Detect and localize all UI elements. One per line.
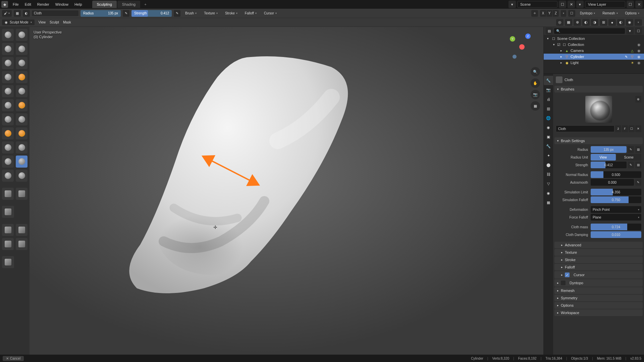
- tool-flatten[interactable]: [2, 99, 14, 111]
- cloth-damping-field[interactable]: 0.010: [591, 231, 641, 238]
- gizmo-axis-z[interactable]: Z: [525, 34, 531, 39]
- layer-new-button[interactable]: ☐: [627, 1, 634, 8]
- view-camera-icon[interactable]: ▦: [565, 19, 572, 26]
- panel-workspace[interactable]: ▸Workspace: [554, 309, 643, 316]
- layer-browse-button[interactable]: ▾: [576, 1, 584, 8]
- active-brush-name[interactable]: [32, 10, 78, 16]
- camera-icon[interactable]: 📷: [531, 90, 540, 99]
- panel-brush-settings[interactable]: ▾Brush Settings: [554, 137, 643, 144]
- autosmooth-field[interactable]: 0.000: [591, 179, 634, 186]
- strength-slider[interactable]: Strength0.412: [131, 10, 172, 17]
- brush-dropdown[interactable]: Brush▾: [182, 10, 199, 16]
- prop-tab-constraints[interactable]: ⛓: [544, 170, 553, 179]
- mode-selector[interactable]: ◉ Sculpt Mode▾: [2, 19, 35, 25]
- radius-field[interactable]: 135 px: [591, 146, 627, 153]
- scene-new-button[interactable]: ☐: [559, 1, 566, 8]
- tool-cloth[interactable]: [16, 156, 28, 168]
- strength-pressure-toggle[interactable]: ✎: [174, 10, 180, 17]
- gizmo-axis-neg[interactable]: [513, 55, 517, 59]
- workspace-tab-shading[interactable]: Shading: [117, 1, 140, 8]
- tool-clay[interactable]: [2, 43, 14, 55]
- outliner-item-camera[interactable]: ▸▲Camera△◉: [544, 48, 644, 54]
- shading-rendered-icon[interactable]: ◉: [626, 19, 633, 26]
- strength-unified[interactable]: ▥: [635, 162, 641, 168]
- normal-radius-field[interactable]: 0.500: [591, 171, 641, 178]
- panel-dyntopo[interactable]: ▸Dyntopo: [554, 279, 643, 287]
- tool-grab[interactable]: [16, 127, 28, 139]
- tool-slide-relax[interactable]: [16, 188, 28, 200]
- outliner-item-cylinder[interactable]: ▸▽Cylinder✎▽◉: [544, 54, 644, 60]
- prop-tab-render[interactable]: 📷: [544, 85, 553, 95]
- radius-pressure-toggle[interactable]: ✎: [123, 10, 129, 17]
- app-logo[interactable]: ◆: [1, 1, 8, 8]
- prop-tab-world[interactable]: ◉: [544, 123, 553, 132]
- outliner-collection[interactable]: ▾☑☐Collection◉: [544, 42, 644, 48]
- navigation-gizmo[interactable]: Z Y: [510, 34, 537, 60]
- brush-name-input[interactable]: [556, 125, 614, 132]
- remesh-dropdown[interactable]: Remesh▾: [600, 10, 620, 16]
- falloff-dropdown[interactable]: Falloff▾: [242, 10, 259, 16]
- cancel-button[interactable]: ✕ Cancel: [3, 356, 24, 361]
- tool-draw-sharp[interactable]: [16, 29, 28, 41]
- xray-toggle-icon[interactable]: ◑: [591, 19, 598, 26]
- prop-tab-modifiers[interactable]: 🔧: [544, 141, 553, 151]
- outliner-search[interactable]: [554, 28, 625, 34]
- tool-pose[interactable]: [2, 170, 14, 182]
- panel-texture[interactable]: ▸Texture: [554, 249, 643, 256]
- radius-unit-scene[interactable]: Scene: [616, 154, 642, 161]
- sculpt-menu[interactable]: Sculpt: [50, 20, 59, 24]
- panel-advanced[interactable]: ▸Advanced: [554, 242, 643, 248]
- radius-slider[interactable]: Radius135 px: [80, 10, 121, 17]
- gizmo-axis-y[interactable]: Y: [510, 36, 515, 42]
- tool-multiplane[interactable]: [16, 113, 28, 125]
- panel-remesh[interactable]: ▸Remesh: [554, 287, 643, 294]
- viewport-3d[interactable]: User Perspective (0) Cylinder: [30, 27, 543, 355]
- shading-solid-icon[interactable]: ●: [608, 19, 616, 26]
- cursor-dropdown[interactable]: Cursor▾: [261, 10, 279, 16]
- menu-help[interactable]: Help: [72, 1, 85, 8]
- prop-tab-output[interactable]: 🖨: [544, 95, 553, 104]
- menu-file[interactable]: File: [10, 1, 21, 8]
- dyntopo-checkbox[interactable]: ☐: [568, 10, 575, 17]
- autosmooth-pressure[interactable]: ✎: [635, 179, 641, 186]
- tool-pinch[interactable]: [2, 127, 14, 139]
- options-dropdown[interactable]: Options▾: [623, 10, 642, 16]
- brush-preview-thumb[interactable]: [585, 96, 612, 123]
- strength-field[interactable]: 0.412: [591, 162, 627, 168]
- symmetry-more[interactable]: ▾: [561, 10, 566, 17]
- view-layer-field[interactable]: View Layer: [585, 1, 625, 8]
- tool-elastic[interactable]: [2, 141, 14, 154]
- panel-symmetry[interactable]: ▸Symmetry: [554, 295, 643, 301]
- tool-box-hide[interactable]: [16, 238, 28, 250]
- dyntopo-dropdown[interactable]: Dyntopo▾: [577, 10, 598, 16]
- tool-rotate-brush[interactable]: [2, 188, 14, 200]
- symmetry-y[interactable]: Y: [546, 10, 552, 17]
- tool-draw[interactable]: [2, 29, 14, 41]
- gizmo-axis-x[interactable]: [519, 44, 525, 50]
- tool-inflate[interactable]: [2, 71, 14, 83]
- brush-unlink[interactable]: ✕: [635, 125, 641, 132]
- symmetry-x[interactable]: X: [540, 10, 546, 17]
- tool-snake-hook[interactable]: [16, 141, 28, 154]
- prop-tab-view-layer[interactable]: ▥: [544, 104, 553, 113]
- prop-tab-data[interactable]: ▽: [544, 179, 553, 188]
- outliner-filter-button[interactable]: ▼: [626, 27, 634, 34]
- panel-cursor[interactable]: ▸✓Cursor: [554, 271, 643, 279]
- tool-annotate[interactable]: [2, 256, 14, 268]
- brush-users[interactable]: 2: [615, 125, 621, 132]
- strength-pressure[interactable]: ✎: [628, 162, 634, 168]
- scene-delete-button[interactable]: ✕: [568, 1, 575, 8]
- radius-unified[interactable]: ▥: [635, 146, 641, 153]
- mirror-icon[interactable]: ✧: [531, 10, 538, 17]
- radius-pressure[interactable]: ✎: [628, 146, 634, 153]
- panel-options[interactable]: ▸Options: [554, 302, 643, 309]
- dyntopo-checkbox-panel[interactable]: [561, 281, 566, 285]
- stroke-dropdown[interactable]: Stroke▾: [222, 10, 240, 16]
- sim-limit-field[interactable]: 4.356: [591, 189, 641, 195]
- tool-box-mask[interactable]: [2, 238, 14, 250]
- prop-tab-tool[interactable]: 🔧: [544, 76, 553, 85]
- outliner-new-collection[interactable]: ☐: [635, 27, 642, 34]
- tool-crease[interactable]: [2, 85, 14, 97]
- prop-tab-texture[interactable]: ▦: [544, 198, 553, 207]
- menu-window[interactable]: Window: [53, 1, 71, 8]
